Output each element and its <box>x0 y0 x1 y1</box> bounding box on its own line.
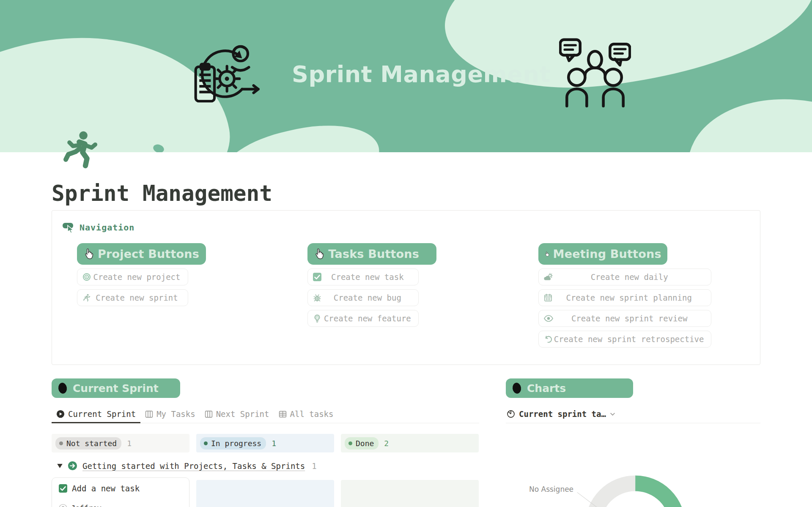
tab-my-tasks[interactable]: My Tasks <box>140 408 200 423</box>
meeting-illustration <box>559 36 631 108</box>
runner-icon <box>82 293 91 302</box>
page-cover-banner[interactable]: Sprint Management <box>0 0 812 152</box>
lightbulb-icon <box>313 314 321 323</box>
board-icon <box>145 410 153 418</box>
black-dot-icon <box>58 382 68 395</box>
navigation-label: Navigation <box>80 222 134 233</box>
tab-next-sprint[interactable]: Next Sprint <box>200 408 274 423</box>
create-new-daily-button[interactable]: Create new daily <box>538 269 711 285</box>
column-count: 1 <box>127 439 132 448</box>
donut-chart-area: No Assignee <box>506 423 760 507</box>
table-icon <box>279 410 287 418</box>
task-title: Add a new task <box>72 484 140 493</box>
column-done[interactable]: Done 2 <box>341 434 479 452</box>
hand-cursor-icon <box>83 248 94 260</box>
target-icon <box>82 273 91 281</box>
scrum-illustration <box>185 38 263 116</box>
button-cursor-icon <box>62 222 75 233</box>
sun-cloud-icon <box>544 273 553 281</box>
tab-current-sprint[interactable]: Current Sprint <box>52 408 140 423</box>
button-label: Create new sprint planning <box>552 293 706 302</box>
group-title: Tasks Buttons <box>328 247 419 260</box>
button-label: Create new task <box>321 272 413 282</box>
task-checkbox-icon[interactable] <box>59 484 67 493</box>
status-dot <box>59 441 63 445</box>
chart-view-label: Current sprint ta… <box>519 409 606 419</box>
banner-blob <box>214 111 387 152</box>
eye-icon <box>544 315 553 322</box>
task-card[interactable]: Add a new task Joffrey <box>52 477 189 507</box>
charts-section: Charts Current sprint ta… No Assignee <box>506 378 760 507</box>
group-title: Meeting Buttons <box>553 247 661 260</box>
banner-blob <box>678 79 812 152</box>
create-new-sprint-button[interactable]: Create new sprint <box>77 289 188 306</box>
create-new-sprint-review-button[interactable]: Create new sprint review <box>538 310 711 327</box>
tab-label: All tasks <box>290 409 334 419</box>
tab-label: My Tasks <box>156 409 195 419</box>
view-tabs: Current Sprint My Tasks Next Sprint <box>52 408 479 423</box>
pie-chart-icon <box>507 410 515 418</box>
sprint-page-icon <box>68 461 77 471</box>
create-new-sprint-planning-button[interactable]: Create new sprint planning <box>538 289 711 306</box>
tasks-buttons-header[interactable]: Tasks Buttons <box>307 243 436 265</box>
in-progress-column-area[interactable] <box>196 480 334 507</box>
create-new-feature-button[interactable]: Create new feature <box>307 310 419 327</box>
page-title: Sprint Management <box>52 182 812 205</box>
sprint-management-page: Sprint Management Sprint Management <box>0 0 812 507</box>
board-group-row: Getting started with Projects, Tasks & S… <box>52 461 479 471</box>
section-title: Current Sprint <box>73 382 159 395</box>
section-title: Charts <box>527 382 566 395</box>
create-new-bug-button[interactable]: Create new bug <box>307 289 419 306</box>
group-title-link[interactable]: Getting started with Projects, Tasks & S… <box>82 461 305 471</box>
tab-all-tasks[interactable]: All tasks <box>274 408 338 423</box>
chart-view-tab[interactable]: Current sprint ta… <box>506 408 760 423</box>
charts-header[interactable]: Charts <box>506 378 633 398</box>
meeting-buttons-header[interactable]: Meeting Buttons <box>538 243 667 265</box>
column-not-started[interactable]: Not started 1 <box>52 434 189 452</box>
avatar-icon <box>59 504 67 507</box>
button-label: Create new sprint retrospective <box>552 334 706 344</box>
create-new-sprint-retrospective-button[interactable]: Create new sprint retrospective <box>538 331 711 348</box>
board-column-headers: Not started 1 In progress 1 Done 2 <box>52 434 479 452</box>
project-buttons-header[interactable]: Project Buttons <box>77 243 206 265</box>
button-label: Create new sprint review <box>553 314 706 323</box>
black-dot-icon <box>512 382 522 395</box>
hand-cursor-icon <box>544 248 549 260</box>
collapse-toggle[interactable] <box>57 464 63 468</box>
column-in-progress[interactable]: In progress 1 <box>196 434 334 452</box>
nav-group-tasks: Tasks Buttons Create new task C <box>307 243 529 348</box>
banner-title: Sprint Management <box>292 61 551 88</box>
create-new-task-button[interactable]: Create new task <box>307 269 419 285</box>
donut-chart[interactable] <box>580 471 690 507</box>
nav-group-meeting: Meeting Buttons Create new daily <box>538 243 760 348</box>
button-label: Create new project <box>91 272 183 282</box>
current-sprint-section: Current Sprint Current Sprint My Tasks <box>52 378 479 507</box>
button-label: Create new daily <box>553 272 706 282</box>
status-dot <box>348 441 352 445</box>
page-icon-runner[interactable] <box>63 131 99 168</box>
checkbox-icon <box>313 273 321 281</box>
create-new-project-button[interactable]: Create new project <box>77 269 188 285</box>
navigation-callout: Navigation Project Buttons Create new pr… <box>52 210 760 365</box>
group-count: 1 <box>312 461 316 471</box>
current-sprint-header[interactable]: Current Sprint <box>52 378 180 398</box>
chart-segment-label: No Assignee <box>529 485 573 493</box>
status-dot <box>204 441 208 445</box>
done-column-area[interactable] <box>341 480 479 507</box>
status-label: In progress <box>211 439 261 448</box>
assignee-name: Joffrey <box>71 504 102 507</box>
button-label: Create new sprint <box>91 293 183 302</box>
bug-icon <box>313 293 321 302</box>
chevron-down-icon <box>610 412 615 416</box>
nav-group-project: Project Buttons Create new project <box>77 243 299 348</box>
button-label: Create new bug <box>321 293 413 302</box>
hand-cursor-icon <box>313 248 324 260</box>
tab-label: Current Sprint <box>68 409 136 419</box>
play-circle-icon <box>56 410 65 418</box>
column-count: 2 <box>384 439 389 448</box>
group-title: Project Buttons <box>98 247 199 260</box>
column-count: 1 <box>272 439 276 448</box>
status-label: Done <box>356 439 374 448</box>
status-label: Not started <box>66 439 117 448</box>
undo-icon <box>544 335 552 343</box>
